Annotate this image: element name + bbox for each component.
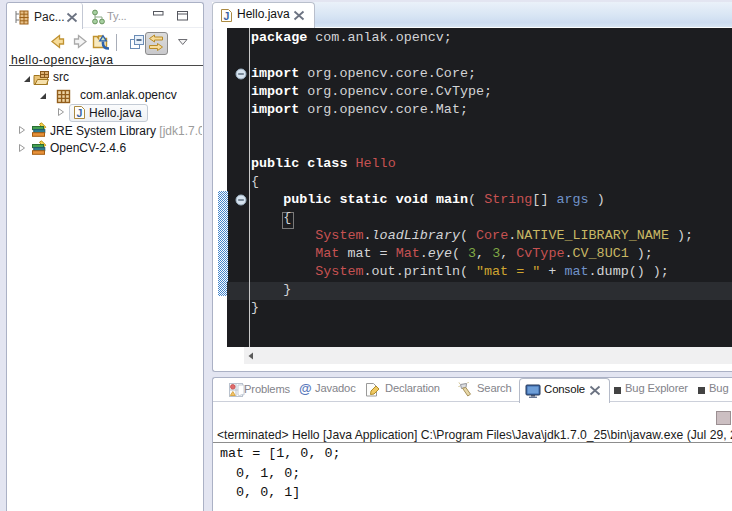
svg-text:J: J — [224, 10, 230, 22]
svg-text:J: J — [77, 107, 83, 119]
